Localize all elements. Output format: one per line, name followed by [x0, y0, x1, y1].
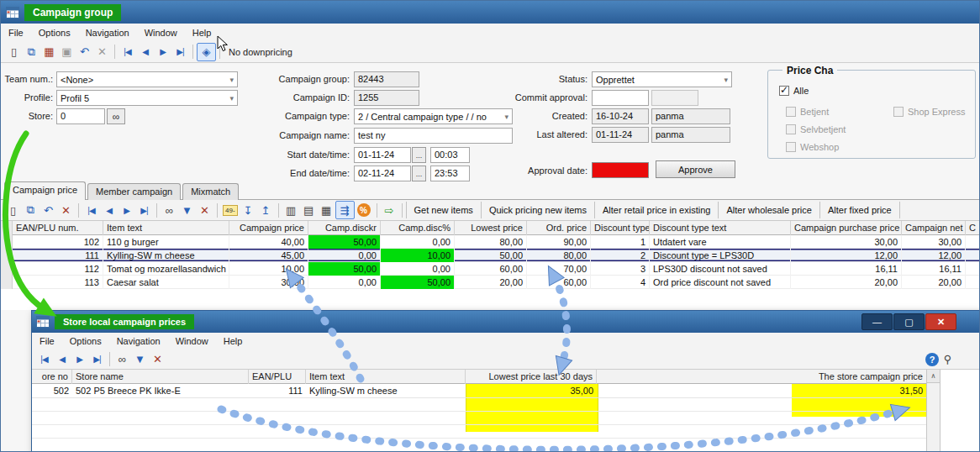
col-store-name[interactable]: Store name — [72, 370, 249, 384]
new-icon[interactable]: ▯ — [4, 202, 22, 218]
tab-member-campaign[interactable]: Member campaign — [87, 183, 181, 200]
last-record-icon[interactable]: ▶| — [135, 202, 153, 218]
store-local-campaign-prices-window[interactable]: Store local campaign prices — ▢ ✕ File O… — [31, 310, 980, 452]
binoculars-icon[interactable]: ∞ — [161, 202, 178, 218]
store-field[interactable]: 0 — [56, 108, 105, 124]
export-icon[interactable]: ↥ — [257, 202, 275, 218]
col-c[interactable]: C — [966, 221, 980, 235]
checkbox-shop-express[interactable]: Shop Express — [893, 107, 965, 117]
table-row[interactable]: 111Kylling-SW m cheese45,000,0010,0050,0… — [1, 249, 980, 262]
first-record-icon[interactable]: |◀ — [119, 44, 136, 60]
col-campaign-purchase-price[interactable]: Campaign purchase price — [791, 221, 902, 235]
end-date-picker-button[interactable]: ... — [412, 166, 426, 181]
start-time-field[interactable]: 00:03 — [430, 147, 470, 163]
status-combo[interactable]: Opprettet ▾ — [592, 71, 732, 87]
copy-icon[interactable]: ⧉ — [23, 44, 40, 60]
minimize-button[interactable]: — — [861, 313, 893, 330]
alter-retail-price-button[interactable]: Alter retail price in existing — [594, 202, 718, 218]
price-tag-icon[interactable]: 49- — [223, 205, 238, 216]
binoculars-icon[interactable]: ∞ — [113, 351, 131, 368]
import-icon[interactable]: ↧ — [240, 202, 257, 218]
new-icon[interactable]: ▯ — [5, 44, 23, 60]
menu-help[interactable]: Help — [216, 334, 250, 349]
start-date-picker-button[interactable]: ... — [412, 147, 426, 163]
checkbox-icon[interactable] — [893, 107, 904, 117]
columns-wide-icon[interactable]: ▤ — [300, 202, 318, 218]
col-item-text[interactable]: Item text — [306, 370, 466, 384]
delete-icon[interactable]: ✕ — [93, 44, 111, 60]
alter-wholesale-price-button[interactable]: Alter wholesale price — [718, 202, 819, 218]
menu-navigation[interactable]: Navigation — [109, 334, 168, 349]
copy-icon[interactable]: ⧉ — [22, 202, 40, 218]
checkbox-betjent[interactable]: Betjent — [786, 107, 829, 117]
vertical-scrollbar[interactable]: ∧ — [926, 370, 940, 452]
menu-options[interactable]: Options — [62, 334, 109, 349]
delete-table-icon[interactable]: ▦ — [40, 44, 58, 60]
col-camp-disckr[interactable]: Camp.disckr — [308, 221, 381, 235]
menu-options[interactable]: Options — [31, 25, 78, 40]
maximize-button[interactable]: ▢ — [893, 313, 925, 330]
campaign-type-combo[interactable]: 2 / Central campaign type / / no ▾ — [354, 108, 513, 124]
last-record-icon[interactable]: ▶| — [88, 351, 106, 368]
next-record-icon[interactable]: ▶ — [118, 202, 135, 218]
end-date-field[interactable]: 02-11-24 — [354, 166, 411, 181]
checkbox-webshop[interactable]: Webshop — [786, 142, 839, 152]
store-local-prices-icon[interactable]: ⇶ — [335, 201, 355, 219]
table-row[interactable]: 112Tomat og mozarellasandwich10,0050,000… — [1, 262, 980, 276]
approval-date-field[interactable] — [592, 162, 649, 178]
store-find-button[interactable]: ∞ — [107, 108, 125, 124]
get-new-items-button[interactable]: Get new items — [406, 202, 481, 218]
approve-button[interactable]: Approve — [656, 160, 735, 178]
child-title-bar[interactable]: Store local campaign prices — ▢ ✕ — [32, 311, 980, 333]
save-icon[interactable]: ▣ — [58, 44, 76, 60]
start-date-field[interactable]: 01-11-24 — [354, 147, 411, 163]
col-store-no[interactable]: ore no — [32, 370, 72, 384]
tab-mixmatch[interactable]: Mixmatch — [182, 183, 239, 200]
next-record-icon[interactable]: ▶ — [154, 44, 171, 60]
percent-icon[interactable]: % — [357, 203, 371, 217]
menu-file[interactable]: File — [32, 334, 62, 349]
checkbox-alle[interactable]: Alle — [779, 86, 809, 96]
close-button[interactable]: ✕ — [925, 313, 956, 330]
prev-record-icon[interactable]: ◀ — [100, 202, 118, 218]
help-icon[interactable]: ? — [925, 353, 939, 366]
filter-icon[interactable]: ▼ — [178, 202, 196, 218]
prev-record-icon[interactable]: ◀ — [53, 351, 71, 368]
row-selector[interactable] — [1, 262, 13, 276]
checkbox-icon[interactable] — [786, 107, 796, 117]
checkbox-icon[interactable] — [786, 142, 796, 152]
filter-icon[interactable]: ▼ — [131, 351, 149, 368]
col-campaign-net[interactable]: Campaign net — [902, 221, 966, 235]
row-selector[interactable] — [1, 235, 13, 249]
undo-icon[interactable]: ↶ — [40, 202, 57, 218]
end-time-field[interactable]: 23:53 — [430, 166, 470, 181]
scroll-up-icon[interactable]: ∧ — [927, 370, 940, 383]
checkbox-icon[interactable] — [779, 86, 789, 96]
clear-filter-icon[interactable]: ✕ — [196, 202, 213, 218]
delete-icon[interactable]: ✕ — [57, 202, 75, 218]
profile-combo[interactable]: Profil 5 ▾ — [56, 90, 238, 106]
checkbox-icon[interactable] — [786, 124, 796, 134]
checkbox-selvbetjent[interactable]: Selvbetjent — [786, 124, 846, 134]
title-bar[interactable]: Campaign group — [1, 1, 979, 24]
pin-icon[interactable]: ⚲ — [939, 351, 956, 368]
tab-campaign-price[interactable]: Campaign price — [4, 181, 86, 200]
col-discount-type-text[interactable]: Discount type text — [650, 221, 791, 235]
prev-record-icon[interactable]: ◀ — [136, 44, 154, 60]
col-ean[interactable]: EAN/PLU num. — [13, 221, 103, 235]
team-num-combo[interactable]: <None> ▾ — [56, 71, 238, 87]
col-campaign-price[interactable]: Campaign price — [229, 221, 308, 235]
transfer-icon[interactable]: ⇨ — [381, 202, 398, 218]
col-lowest-price[interactable]: Lowest price — [455, 221, 527, 235]
col-ord-price[interactable]: Ord. price — [527, 221, 591, 235]
row-selector[interactable] — [1, 249, 13, 262]
menu-window[interactable]: Window — [137, 25, 185, 40]
menu-file[interactable]: File — [1, 25, 31, 40]
col-store-campaign-price[interactable]: The store campaign price — [792, 370, 926, 384]
columns-icon[interactable]: ▥ — [282, 202, 300, 218]
first-record-icon[interactable]: |◀ — [35, 351, 53, 368]
table-row[interactable]: 102110 g burger40,0050,000,0080,0090,001… — [1, 235, 980, 249]
col-camp-disc-pct[interactable]: Camp.disc% — [381, 221, 455, 235]
col-discount-type[interactable]: Discount type — [591, 221, 650, 235]
clear-filter-icon[interactable]: ✕ — [149, 351, 166, 368]
